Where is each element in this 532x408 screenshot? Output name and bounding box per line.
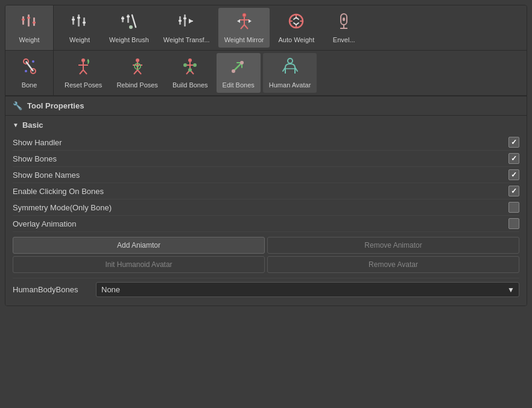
tool-rebind-poses-icon xyxy=(128,57,147,79)
svg-rect-2 xyxy=(28,14,30,27)
remove-animator-button[interactable]: Remove Animator xyxy=(267,237,519,254)
basic-group: ▼ Basic Show Handler Show Bones Show Bon… xyxy=(5,116,527,306)
tool-auto-weight[interactable]: Auto Weight xyxy=(272,8,320,48)
tool-weight-transfer[interactable]: Weight Transf... xyxy=(157,8,216,48)
overlay-animation-row: Overlay Animation xyxy=(13,216,519,232)
tool-build-bones-icon xyxy=(180,57,200,79)
show-bone-names-row: Show Bone Names xyxy=(13,167,519,183)
overlay-animation-checkbox[interactable] xyxy=(508,218,519,229)
svg-rect-15 xyxy=(127,16,130,17)
svg-rect-9 xyxy=(77,17,80,19)
remove-avatar-button[interactable]: Remove Avatar xyxy=(267,256,519,273)
svg-line-46 xyxy=(134,70,138,74)
tool-weight-transfer-icon xyxy=(177,11,196,34)
tool-weight[interactable]: Weight xyxy=(59,8,101,48)
svg-rect-7 xyxy=(72,19,75,20)
tool-rebind-poses-label: Rebind Poses xyxy=(116,81,158,89)
init-humanoid-button[interactable]: Init Humanoid Avatar xyxy=(13,256,265,273)
tool-build-bones-label: Build Bones xyxy=(173,81,208,89)
tool-reset-poses[interactable]: Reset Poses xyxy=(59,53,108,93)
weight-main-label: Weight xyxy=(19,36,39,44)
humanoid-bones-row: HumanBodyBones None ▼ xyxy=(13,278,519,301)
humanoid-bones-label: HumanBodyBones xyxy=(13,285,91,294)
enable-clicking-checkbox[interactable] xyxy=(508,186,519,196)
show-bones-label: Show Bones xyxy=(13,154,57,163)
bone-main-icon xyxy=(20,57,39,79)
tool-weight-brush[interactable]: Weight Brush xyxy=(103,8,155,48)
svg-point-62 xyxy=(240,61,244,64)
tool-reset-poses-label: Reset Poses xyxy=(65,81,102,89)
svg-line-27 xyxy=(244,25,248,29)
svg-point-56 xyxy=(193,63,197,67)
svg-point-50 xyxy=(188,58,192,62)
svg-point-23 xyxy=(242,13,246,17)
svg-rect-13 xyxy=(121,17,124,19)
tool-weight-label: Weight xyxy=(69,36,90,44)
show-bone-names-checkbox[interactable] xyxy=(508,169,519,180)
svg-rect-30 xyxy=(343,17,345,21)
tool-weight-transfer-label: Weight Transf... xyxy=(163,36,210,44)
symmetry-mode-label: Symmetry Mode(Only Bone) xyxy=(13,203,112,212)
tool-weight-mirror-label: Weight Mirror xyxy=(224,36,264,44)
svg-rect-3 xyxy=(27,17,30,19)
svg-line-42 xyxy=(83,70,87,74)
overlay-animation-label: Overlay Animation xyxy=(13,219,77,228)
svg-rect-11 xyxy=(83,22,86,24)
svg-line-37 xyxy=(26,61,33,71)
symmetry-mode-checkbox[interactable] xyxy=(508,202,519,213)
tool-weight-icon xyxy=(70,11,89,34)
tool-properties-header: 🔧 Tool Properties xyxy=(5,96,527,116)
tool-weight-mirror[interactable]: Weight Mirror xyxy=(218,8,270,48)
svg-rect-19 xyxy=(179,20,182,22)
tool-auto-weight-label: Auto Weight xyxy=(278,36,314,44)
show-bone-names-label: Show Bone Names xyxy=(13,171,80,180)
svg-point-55 xyxy=(183,63,187,67)
weight-tools-container: Weight Weight Brush xyxy=(54,5,527,50)
svg-point-63 xyxy=(288,58,293,63)
humanoid-bones-select[interactable]: None xyxy=(96,282,519,297)
svg-point-35 xyxy=(25,70,27,72)
weight-main-button[interactable]: Weight xyxy=(5,5,54,50)
svg-rect-21 xyxy=(183,17,186,19)
weight-svg-icon xyxy=(20,11,39,31)
weight-toolbar-row: Weight Weight xyxy=(5,5,527,51)
tool-weight-mirror-icon xyxy=(235,11,254,34)
svg-point-17 xyxy=(129,25,133,29)
add-animator-button[interactable]: Add Aniamtor xyxy=(13,237,265,254)
tool-rebind-poses[interactable]: Rebind Poses xyxy=(110,53,164,93)
tool-weight-brush-icon xyxy=(119,11,139,34)
show-bones-row: Show Bones xyxy=(13,151,519,167)
humanoid-select-wrapper: None ▼ xyxy=(96,282,519,297)
svg-line-26 xyxy=(241,25,244,29)
tool-envelopes-icon xyxy=(334,11,353,34)
svg-rect-20 xyxy=(184,14,186,27)
symmetry-mode-row: Symmetry Mode(Only Bone) xyxy=(13,199,519,216)
show-handler-row: Show Handler xyxy=(13,134,519,151)
tool-edit-bones-label: Edit Bones xyxy=(223,81,255,89)
show-handler-checkbox[interactable] xyxy=(508,137,519,148)
tool-properties-section: 🔧 Tool Properties ▼ Basic Show Handler S… xyxy=(5,96,527,306)
bone-toolbar-row: Bone Reset Poses xyxy=(5,51,527,96)
svg-point-38 xyxy=(81,58,85,62)
tool-properties-title: Tool Properties xyxy=(27,101,84,110)
action-buttons: Add Aniamtor Remove Animator Init Humano… xyxy=(13,232,519,278)
show-handler-label: Show Handler xyxy=(13,138,62,147)
svg-point-34 xyxy=(32,60,34,63)
show-bones-checkbox[interactable] xyxy=(508,153,519,164)
tool-weight-brush-label: Weight Brush xyxy=(109,36,149,44)
bone-main-button[interactable]: Bone xyxy=(5,51,54,95)
tool-envelopes[interactable]: Envel... xyxy=(323,8,365,48)
tool-edit-bones[interactable]: Edit Bones xyxy=(217,53,261,93)
tool-human-avatar-icon xyxy=(280,57,300,79)
tool-reset-poses-icon xyxy=(74,57,93,79)
svg-rect-5 xyxy=(33,22,36,24)
enable-clicking-row: Enable Clicking On Bones xyxy=(13,183,519,199)
tool-envelopes-label: Envel... xyxy=(333,36,355,44)
tool-human-avatar[interactable]: Human Avatar xyxy=(263,53,317,93)
tool-build-bones[interactable]: Build Bones xyxy=(166,53,214,93)
svg-line-47 xyxy=(138,70,141,74)
tool-auto-weight-icon xyxy=(287,11,306,34)
svg-rect-8 xyxy=(78,14,80,27)
bone-tools-container: Reset Poses Rebind Poses xyxy=(54,51,527,95)
tool-edit-bones-icon xyxy=(229,57,248,79)
